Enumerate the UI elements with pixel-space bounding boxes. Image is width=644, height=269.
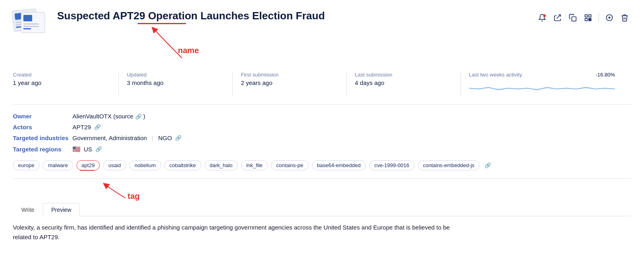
regions-link-icon[interactable]: 🔗 bbox=[95, 146, 102, 152]
meta-last-submission: Last submission 4 days ago bbox=[355, 72, 461, 96]
first-submission-value: 2 years ago bbox=[241, 79, 338, 86]
svg-point-0 bbox=[543, 14, 546, 17]
tags-edit-icon[interactable]: 🔗 bbox=[485, 162, 491, 168]
regions-value: US bbox=[84, 146, 92, 153]
last-submission-value: 4 days ago bbox=[355, 79, 452, 86]
last-submission-label: Last submission bbox=[355, 72, 452, 78]
info-section: Owner AlienVaultOTX (source 🔗 ) Actors A… bbox=[13, 113, 631, 153]
tag-cobaltstrike[interactable]: cobaltstrike bbox=[164, 160, 201, 170]
thumbnail-stack bbox=[13, 10, 49, 38]
svg-rect-6 bbox=[590, 19, 591, 20]
name-annotation: name bbox=[138, 26, 528, 62]
industries-link-icon[interactable]: 🔗 bbox=[175, 135, 182, 141]
delete-button[interactable] bbox=[618, 11, 631, 24]
body-text: Volexity, a security firm, has identifie… bbox=[13, 223, 456, 242]
tags-row: europe malware apt29 usaid nobelium coba… bbox=[13, 160, 631, 179]
share-button[interactable] bbox=[551, 11, 564, 24]
thumb-line-blue bbox=[23, 28, 31, 29]
industries-value2: NGO bbox=[158, 134, 172, 141]
actors-label: Actors bbox=[13, 124, 69, 130]
tag-lnk-file[interactable]: lnk_file bbox=[241, 160, 268, 170]
copy-button[interactable] bbox=[566, 11, 579, 24]
owner-label: Owner bbox=[13, 113, 69, 120]
sparkline bbox=[469, 80, 615, 96]
qr-button[interactable] bbox=[582, 11, 594, 24]
updated-value: 3 months ago bbox=[127, 79, 224, 86]
meta-updated: Updated 3 months ago bbox=[127, 72, 233, 96]
owner-value: AlienVaultOTX (source 🔗 ) bbox=[72, 113, 145, 120]
tag-usaid[interactable]: usaid bbox=[103, 160, 126, 170]
tag-base64-embedded[interactable]: base64-embedded bbox=[312, 160, 366, 170]
tag-malware[interactable]: malware bbox=[43, 160, 73, 170]
svg-rect-4 bbox=[585, 19, 588, 21]
tabs-row: Write Preview bbox=[13, 203, 631, 216]
industries-separator: | bbox=[152, 134, 153, 141]
tag-cve[interactable]: cve-1999-0016 bbox=[369, 160, 415, 170]
first-submission-label: First submission bbox=[241, 72, 338, 78]
tag-contains-embedded-js[interactable]: contains-embedded-js bbox=[418, 160, 480, 170]
title-underline bbox=[138, 23, 186, 24]
toolbar bbox=[536, 11, 631, 24]
tag-dark-halo[interactable]: dark_halo bbox=[204, 160, 238, 170]
tag-apt29-underline bbox=[80, 170, 95, 171]
actors-value: APT29 bbox=[72, 124, 91, 130]
actors-link-icon[interactable]: 🔗 bbox=[94, 124, 101, 130]
tag-nobelium[interactable]: nobelium bbox=[129, 160, 161, 170]
svg-rect-8 bbox=[590, 20, 591, 21]
svg-rect-7 bbox=[589, 20, 590, 21]
created-label: Created bbox=[13, 72, 110, 78]
tag-europe[interactable]: europe bbox=[13, 160, 39, 170]
meta-row: Created 1 year ago Updated 3 months ago … bbox=[13, 72, 631, 105]
svg-rect-1 bbox=[572, 17, 576, 21]
owner-link-icon[interactable]: 🔗 bbox=[135, 114, 142, 120]
notification-bell-button[interactable] bbox=[536, 11, 549, 24]
svg-rect-5 bbox=[589, 19, 590, 20]
name-annotation-label: name bbox=[178, 46, 199, 55]
header-row: Suspected APT29 Operation Launches Elect… bbox=[13, 10, 631, 62]
meta-created: Created 1 year ago bbox=[13, 72, 119, 96]
industries-row: Targeted industries Government, Administ… bbox=[13, 134, 631, 141]
thumb-line bbox=[23, 23, 39, 25]
toolbar-divider bbox=[599, 13, 599, 23]
activity-header: Last two weeks activity -16.80% bbox=[469, 72, 615, 78]
tag-annotation-label: tag bbox=[128, 192, 140, 201]
industries-label: Targeted industries bbox=[13, 134, 69, 141]
page-title: Suspected APT29 Operation Launches Elect… bbox=[57, 10, 528, 22]
activity-pct: -16.80% bbox=[596, 72, 615, 78]
svg-rect-2 bbox=[585, 15, 588, 17]
name-arrow-svg bbox=[138, 26, 202, 62]
thumb-line bbox=[23, 26, 39, 27]
add-button[interactable] bbox=[603, 11, 616, 24]
tag-annotation-wrapper: tag bbox=[13, 183, 631, 203]
activity-label: Last two weeks activity bbox=[469, 72, 522, 78]
tab-write[interactable]: Write bbox=[13, 203, 43, 216]
meta-first-submission: First submission 2 years ago bbox=[241, 72, 347, 96]
regions-label: Targeted regions bbox=[13, 146, 69, 153]
thumb-img-front bbox=[23, 15, 32, 21]
tag-apt29[interactable]: apt29 bbox=[76, 160, 100, 170]
tag-arrow-svg bbox=[13, 183, 174, 203]
created-value: 1 year ago bbox=[13, 79, 110, 86]
svg-rect-3 bbox=[589, 15, 591, 17]
updated-label: Updated bbox=[127, 72, 224, 78]
meta-activity: Last two weeks activity -16.80% bbox=[469, 72, 623, 96]
owner-row: Owner AlienVaultOTX (source 🔗 ) bbox=[13, 113, 631, 120]
industries-value1: Government, Administration bbox=[72, 134, 147, 141]
thumb-card-front bbox=[21, 12, 45, 33]
actors-row: Actors APT29 🔗 bbox=[13, 124, 631, 130]
title-area: Suspected APT29 Operation Launches Elect… bbox=[57, 10, 528, 62]
regions-row: Targeted regions 🇺🇸 US 🔗 bbox=[13, 145, 631, 153]
us-flag: 🇺🇸 bbox=[72, 145, 80, 153]
tag-contains-pe[interactable]: contains-pe bbox=[271, 160, 308, 170]
tab-preview[interactable]: Preview bbox=[43, 203, 80, 216]
